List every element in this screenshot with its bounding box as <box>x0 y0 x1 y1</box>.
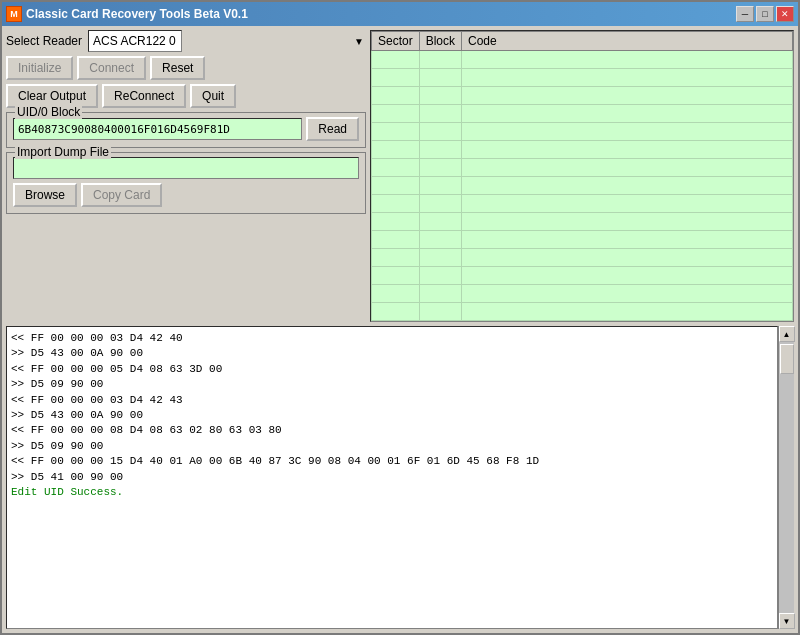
output-line: << FF 00 00 00 15 D4 40 01 A0 00 6B 40 8… <box>11 454 773 469</box>
minimize-button[interactable]: ─ <box>736 6 754 22</box>
table-row <box>372 303 793 321</box>
reset-button[interactable]: Reset <box>150 56 205 80</box>
table-row <box>372 285 793 303</box>
table-row <box>372 195 793 213</box>
import-file-input[interactable] <box>13 157 359 179</box>
maximize-button[interactable]: □ <box>756 6 774 22</box>
table-row <box>372 141 793 159</box>
read-button[interactable]: Read <box>306 117 359 141</box>
uid-group-label: UID/0 Block <box>15 105 82 119</box>
table-row <box>372 159 793 177</box>
output-line: << FF 00 00 00 03 D4 42 43 <box>11 393 773 408</box>
table-container: Sector Block Code <box>371 31 793 321</box>
table-row <box>372 249 793 267</box>
table-row <box>372 267 793 285</box>
output-line: << FF 00 00 00 03 D4 42 40 <box>11 331 773 346</box>
select-arrow-icon: ▼ <box>354 36 364 47</box>
import-group: Import Dump File Browse Copy Card <box>6 152 366 214</box>
scroll-track <box>779 342 794 613</box>
col-header-block: Block <box>419 32 461 51</box>
output-line: >> D5 09 90 00 <box>11 439 773 454</box>
table-row <box>372 177 793 195</box>
title-buttons: ─ □ ✕ <box>736 6 794 22</box>
table-row <box>372 231 793 249</box>
output-line: >> D5 09 90 00 <box>11 377 773 392</box>
col-header-code: Code <box>462 32 793 51</box>
output-box: << FF 00 00 00 03 D4 42 40>> D5 43 00 0A… <box>6 326 778 629</box>
table-row <box>372 123 793 141</box>
reader-select-wrapper: ACS ACR122 0 ▼ <box>88 30 366 52</box>
import-group-label: Import Dump File <box>15 145 111 159</box>
reconnect-button[interactable]: ReConnect <box>102 84 186 108</box>
left-panel: Select Reader ACS ACR122 0 ▼ Initialize … <box>6 30 366 322</box>
scroll-down-button[interactable]: ▼ <box>779 613 795 629</box>
table-row <box>372 105 793 123</box>
output-line: Edit UID Success. <box>11 485 773 500</box>
data-table: Sector Block Code <box>371 31 793 321</box>
copy-card-button[interactable]: Copy Card <box>81 183 162 207</box>
uid-group: UID/0 Block Read <box>6 112 366 148</box>
uid-input[interactable] <box>13 118 302 140</box>
scroll-up-button[interactable]: ▲ <box>779 326 795 342</box>
reader-row: Select Reader ACS ACR122 0 ▼ <box>6 30 366 52</box>
quit-button[interactable]: Quit <box>190 84 236 108</box>
close-button[interactable]: ✕ <box>776 6 794 22</box>
import-buttons: Browse Copy Card <box>13 183 359 207</box>
output-line: >> D5 43 00 0A 90 00 <box>11 346 773 361</box>
vertical-scrollbar: ▲ ▼ <box>778 326 794 629</box>
right-panel: Sector Block Code <box>370 30 794 322</box>
scroll-thumb[interactable] <box>780 344 794 374</box>
connect-button[interactable]: Connect <box>77 56 146 80</box>
main-content: Select Reader ACS ACR122 0 ▼ Initialize … <box>2 26 798 633</box>
table-row <box>372 213 793 231</box>
output-line: << FF 00 00 00 08 D4 08 63 02 80 63 03 8… <box>11 423 773 438</box>
title-bar: M Classic Card Recovery Tools Beta V0.1 … <box>2 2 798 26</box>
table-row <box>372 69 793 87</box>
output-section: << FF 00 00 00 03 D4 42 40>> D5 43 00 0A… <box>6 326 794 629</box>
output-line: >> D5 41 00 90 00 <box>11 470 773 485</box>
top-section: Select Reader ACS ACR122 0 ▼ Initialize … <box>6 30 794 322</box>
main-window: M Classic Card Recovery Tools Beta V0.1 … <box>0 0 800 635</box>
browse-button[interactable]: Browse <box>13 183 77 207</box>
col-header-sector: Sector <box>372 32 420 51</box>
app-icon: M <box>6 6 22 22</box>
output-line: >> D5 43 00 0A 90 00 <box>11 408 773 423</box>
buttons-row-1: Initialize Connect Reset <box>6 56 366 80</box>
reader-select[interactable]: ACS ACR122 0 <box>88 30 182 52</box>
title-bar-left: M Classic Card Recovery Tools Beta V0.1 <box>6 6 248 22</box>
table-row <box>372 51 793 69</box>
uid-row: Read <box>13 117 359 141</box>
initialize-button[interactable]: Initialize <box>6 56 73 80</box>
reader-label: Select Reader <box>6 34 82 48</box>
output-line: << FF 00 00 00 05 D4 08 63 3D 00 <box>11 362 773 377</box>
window-title: Classic Card Recovery Tools Beta V0.1 <box>26 7 248 21</box>
table-row <box>372 87 793 105</box>
